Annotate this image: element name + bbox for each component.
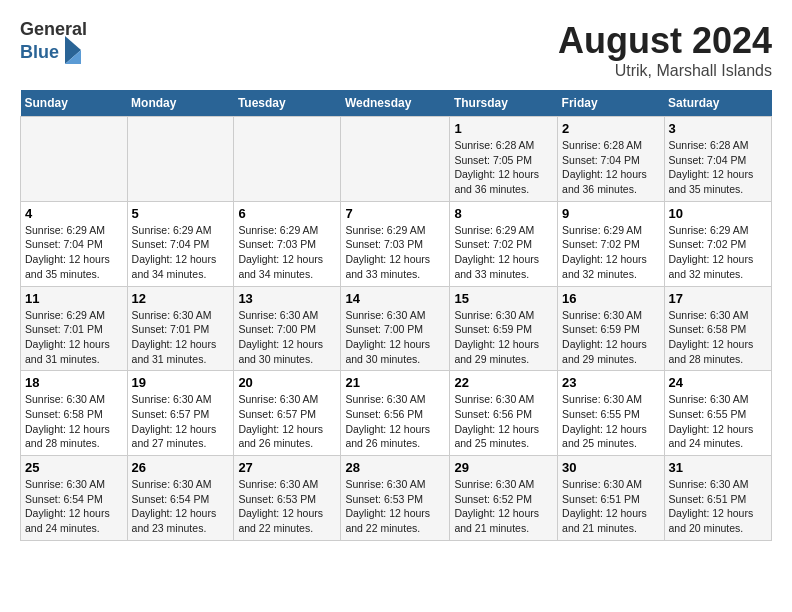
calendar-cell: 3Sunrise: 6:28 AM Sunset: 7:04 PM Daylig… bbox=[664, 117, 771, 202]
calendar-cell: 9Sunrise: 6:29 AM Sunset: 7:02 PM Daylig… bbox=[558, 201, 664, 286]
calendar-cell: 18Sunrise: 6:30 AM Sunset: 6:58 PM Dayli… bbox=[21, 371, 128, 456]
calendar-cell: 26Sunrise: 6:30 AM Sunset: 6:54 PM Dayli… bbox=[127, 456, 234, 541]
calendar-cell: 27Sunrise: 6:30 AM Sunset: 6:53 PM Dayli… bbox=[234, 456, 341, 541]
day-number: 14 bbox=[345, 291, 445, 306]
calendar-cell: 20Sunrise: 6:30 AM Sunset: 6:57 PM Dayli… bbox=[234, 371, 341, 456]
day-info: Sunrise: 6:30 AM Sunset: 6:57 PM Dayligh… bbox=[238, 392, 336, 451]
day-info: Sunrise: 6:30 AM Sunset: 7:00 PM Dayligh… bbox=[345, 308, 445, 367]
day-number: 30 bbox=[562, 460, 659, 475]
day-number: 26 bbox=[132, 460, 230, 475]
calendar-cell: 23Sunrise: 6:30 AM Sunset: 6:55 PM Dayli… bbox=[558, 371, 664, 456]
calendar-cell: 7Sunrise: 6:29 AM Sunset: 7:03 PM Daylig… bbox=[341, 201, 450, 286]
day-number: 21 bbox=[345, 375, 445, 390]
day-number: 13 bbox=[238, 291, 336, 306]
calendar-table: SundayMondayTuesdayWednesdayThursdayFrid… bbox=[20, 90, 772, 541]
calendar-cell bbox=[341, 117, 450, 202]
day-number: 28 bbox=[345, 460, 445, 475]
day-number: 18 bbox=[25, 375, 123, 390]
calendar-cell: 30Sunrise: 6:30 AM Sunset: 6:51 PM Dayli… bbox=[558, 456, 664, 541]
day-number: 17 bbox=[669, 291, 767, 306]
day-number: 31 bbox=[669, 460, 767, 475]
day-number: 6 bbox=[238, 206, 336, 221]
day-number: 9 bbox=[562, 206, 659, 221]
day-number: 12 bbox=[132, 291, 230, 306]
calendar-cell: 13Sunrise: 6:30 AM Sunset: 7:00 PM Dayli… bbox=[234, 286, 341, 371]
day-info: Sunrise: 6:30 AM Sunset: 7:01 PM Dayligh… bbox=[132, 308, 230, 367]
day-info: Sunrise: 6:30 AM Sunset: 6:51 PM Dayligh… bbox=[562, 477, 659, 536]
logo-blue: Blue bbox=[20, 43, 59, 63]
calendar-cell: 22Sunrise: 6:30 AM Sunset: 6:56 PM Dayli… bbox=[450, 371, 558, 456]
day-number: 4 bbox=[25, 206, 123, 221]
day-info: Sunrise: 6:29 AM Sunset: 7:03 PM Dayligh… bbox=[345, 223, 445, 282]
week-row-2: 4Sunrise: 6:29 AM Sunset: 7:04 PM Daylig… bbox=[21, 201, 772, 286]
day-info: Sunrise: 6:28 AM Sunset: 7:04 PM Dayligh… bbox=[562, 138, 659, 197]
calendar-cell: 10Sunrise: 6:29 AM Sunset: 7:02 PM Dayli… bbox=[664, 201, 771, 286]
day-info: Sunrise: 6:29 AM Sunset: 7:02 PM Dayligh… bbox=[669, 223, 767, 282]
day-number: 3 bbox=[669, 121, 767, 136]
calendar-cell: 31Sunrise: 6:30 AM Sunset: 6:51 PM Dayli… bbox=[664, 456, 771, 541]
day-info: Sunrise: 6:30 AM Sunset: 6:58 PM Dayligh… bbox=[669, 308, 767, 367]
title-block: August 2024 Utrik, Marshall Islands bbox=[558, 20, 772, 80]
calendar-cell: 25Sunrise: 6:30 AM Sunset: 6:54 PM Dayli… bbox=[21, 456, 128, 541]
day-info: Sunrise: 6:29 AM Sunset: 7:01 PM Dayligh… bbox=[25, 308, 123, 367]
page-title: August 2024 bbox=[558, 20, 772, 62]
week-row-3: 11Sunrise: 6:29 AM Sunset: 7:01 PM Dayli… bbox=[21, 286, 772, 371]
day-info: Sunrise: 6:30 AM Sunset: 6:58 PM Dayligh… bbox=[25, 392, 123, 451]
day-number: 10 bbox=[669, 206, 767, 221]
day-number: 27 bbox=[238, 460, 336, 475]
calendar-cell bbox=[127, 117, 234, 202]
day-info: Sunrise: 6:30 AM Sunset: 6:55 PM Dayligh… bbox=[562, 392, 659, 451]
day-info: Sunrise: 6:30 AM Sunset: 6:56 PM Dayligh… bbox=[345, 392, 445, 451]
day-info: Sunrise: 6:29 AM Sunset: 7:04 PM Dayligh… bbox=[132, 223, 230, 282]
day-number: 1 bbox=[454, 121, 553, 136]
weekday-header-wednesday: Wednesday bbox=[341, 90, 450, 117]
day-info: Sunrise: 6:30 AM Sunset: 6:53 PM Dayligh… bbox=[238, 477, 336, 536]
day-number: 23 bbox=[562, 375, 659, 390]
calendar-cell: 17Sunrise: 6:30 AM Sunset: 6:58 PM Dayli… bbox=[664, 286, 771, 371]
day-number: 5 bbox=[132, 206, 230, 221]
weekday-header-tuesday: Tuesday bbox=[234, 90, 341, 117]
day-info: Sunrise: 6:30 AM Sunset: 6:59 PM Dayligh… bbox=[562, 308, 659, 367]
day-number: 22 bbox=[454, 375, 553, 390]
day-info: Sunrise: 6:29 AM Sunset: 7:02 PM Dayligh… bbox=[454, 223, 553, 282]
day-info: Sunrise: 6:30 AM Sunset: 6:52 PM Dayligh… bbox=[454, 477, 553, 536]
page-header: General Blue August 2024 Utrik, Marshall… bbox=[20, 20, 772, 80]
day-info: Sunrise: 6:28 AM Sunset: 7:04 PM Dayligh… bbox=[669, 138, 767, 197]
day-number: 20 bbox=[238, 375, 336, 390]
day-info: Sunrise: 6:30 AM Sunset: 6:54 PM Dayligh… bbox=[25, 477, 123, 536]
weekday-header-saturday: Saturday bbox=[664, 90, 771, 117]
day-number: 7 bbox=[345, 206, 445, 221]
calendar-cell: 4Sunrise: 6:29 AM Sunset: 7:04 PM Daylig… bbox=[21, 201, 128, 286]
weekday-header-sunday: Sunday bbox=[21, 90, 128, 117]
day-info: Sunrise: 6:30 AM Sunset: 7:00 PM Dayligh… bbox=[238, 308, 336, 367]
weekday-header-row: SundayMondayTuesdayWednesdayThursdayFrid… bbox=[21, 90, 772, 117]
day-number: 11 bbox=[25, 291, 123, 306]
week-row-5: 25Sunrise: 6:30 AM Sunset: 6:54 PM Dayli… bbox=[21, 456, 772, 541]
calendar-cell: 28Sunrise: 6:30 AM Sunset: 6:53 PM Dayli… bbox=[341, 456, 450, 541]
calendar-cell: 29Sunrise: 6:30 AM Sunset: 6:52 PM Dayli… bbox=[450, 456, 558, 541]
logo: General Blue bbox=[20, 20, 87, 66]
calendar-cell: 6Sunrise: 6:29 AM Sunset: 7:03 PM Daylig… bbox=[234, 201, 341, 286]
day-info: Sunrise: 6:29 AM Sunset: 7:02 PM Dayligh… bbox=[562, 223, 659, 282]
calendar-cell bbox=[21, 117, 128, 202]
week-row-4: 18Sunrise: 6:30 AM Sunset: 6:58 PM Dayli… bbox=[21, 371, 772, 456]
weekday-header-monday: Monday bbox=[127, 90, 234, 117]
page-subtitle: Utrik, Marshall Islands bbox=[558, 62, 772, 80]
weekday-header-thursday: Thursday bbox=[450, 90, 558, 117]
calendar-cell: 15Sunrise: 6:30 AM Sunset: 6:59 PM Dayli… bbox=[450, 286, 558, 371]
day-number: 15 bbox=[454, 291, 553, 306]
calendar-cell: 1Sunrise: 6:28 AM Sunset: 7:05 PM Daylig… bbox=[450, 117, 558, 202]
weekday-header-friday: Friday bbox=[558, 90, 664, 117]
day-number: 2 bbox=[562, 121, 659, 136]
day-info: Sunrise: 6:30 AM Sunset: 6:53 PM Dayligh… bbox=[345, 477, 445, 536]
day-info: Sunrise: 6:29 AM Sunset: 7:03 PM Dayligh… bbox=[238, 223, 336, 282]
day-info: Sunrise: 6:30 AM Sunset: 6:59 PM Dayligh… bbox=[454, 308, 553, 367]
day-info: Sunrise: 6:30 AM Sunset: 6:51 PM Dayligh… bbox=[669, 477, 767, 536]
day-number: 25 bbox=[25, 460, 123, 475]
calendar-cell: 2Sunrise: 6:28 AM Sunset: 7:04 PM Daylig… bbox=[558, 117, 664, 202]
calendar-cell: 16Sunrise: 6:30 AM Sunset: 6:59 PM Dayli… bbox=[558, 286, 664, 371]
day-number: 8 bbox=[454, 206, 553, 221]
week-row-1: 1Sunrise: 6:28 AM Sunset: 7:05 PM Daylig… bbox=[21, 117, 772, 202]
day-info: Sunrise: 6:30 AM Sunset: 6:57 PM Dayligh… bbox=[132, 392, 230, 451]
calendar-cell: 8Sunrise: 6:29 AM Sunset: 7:02 PM Daylig… bbox=[450, 201, 558, 286]
